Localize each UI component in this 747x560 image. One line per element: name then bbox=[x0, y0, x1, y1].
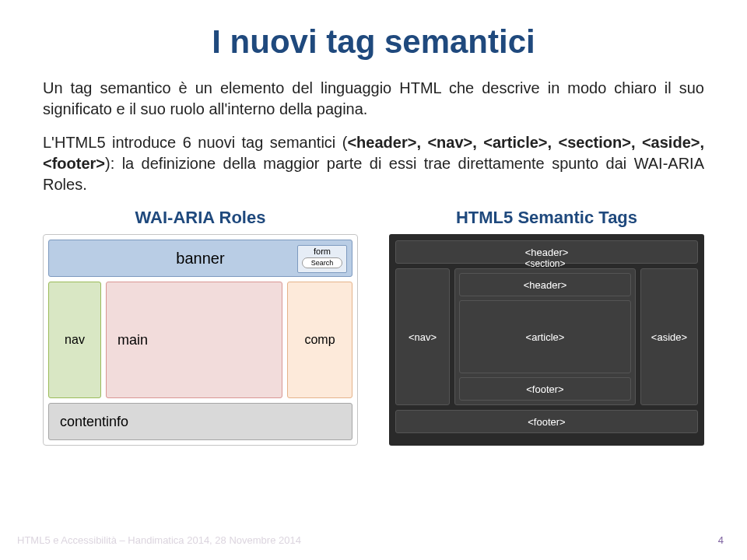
h5-aside-box: <aside> bbox=[640, 268, 698, 405]
h5-section-box: <section> <header> <article> <footer> bbox=[454, 268, 636, 405]
h5-middle-row: <nav> <section> <header> <article> <foot… bbox=[395, 268, 698, 405]
aria-banner-box: banner form Search bbox=[48, 240, 352, 277]
paragraph-1: Un tag semantico è un elemento del lingu… bbox=[43, 78, 704, 120]
column-wai-aria: WAI-ARIA Roles banner form Search nav ma… bbox=[43, 208, 358, 446]
h5-section-label: <section> bbox=[524, 258, 565, 269]
h5-inner-footer-box: <footer> bbox=[459, 377, 631, 401]
h5-nav-box: <nav> bbox=[395, 268, 450, 405]
aria-middle-row: nav main comp bbox=[48, 282, 352, 398]
aria-banner-label: banner bbox=[176, 250, 224, 268]
aria-comp-box: comp bbox=[287, 282, 352, 398]
html5-heading: HTML5 Semantic Tags bbox=[389, 208, 704, 228]
column-html5: HTML5 Semantic Tags <header> <nav> <sect… bbox=[389, 208, 704, 446]
h5-inner-header-box: <header> bbox=[459, 273, 631, 296]
page-number: 4 bbox=[718, 534, 724, 546]
wai-aria-diagram: banner form Search nav main comp content… bbox=[43, 234, 358, 446]
wai-aria-heading: WAI-ARIA Roles bbox=[43, 208, 358, 228]
para2-pre: L'HTML5 introduce 6 nuovi tag semantici … bbox=[43, 134, 347, 151]
aria-main-box: main bbox=[106, 282, 282, 398]
aria-nav-box: nav bbox=[48, 282, 101, 398]
html5-diagram: <header> <nav> <section> <header> <artic… bbox=[389, 234, 704, 446]
para2-post: ): la definizione della maggior parte di… bbox=[43, 155, 704, 193]
h5-footer-box: <footer> bbox=[395, 410, 698, 433]
aria-search-box: Search bbox=[302, 257, 342, 268]
slide: I nuovi tag semantici Un tag semantico è… bbox=[0, 0, 747, 560]
slide-footer: HTML5 e Accessibilità – Handimatica 2014… bbox=[17, 534, 301, 546]
aria-contentinfo-box: contentinfo bbox=[48, 403, 352, 440]
paragraph-2: L'HTML5 introduce 6 nuovi tag semantici … bbox=[43, 132, 704, 195]
aria-form-box: form Search bbox=[297, 245, 347, 273]
aria-form-label: form bbox=[314, 247, 331, 256]
h5-article-box: <article> bbox=[459, 300, 631, 373]
slide-title: I nuovi tag semantici bbox=[43, 23, 704, 61]
diagrams-row: WAI-ARIA Roles banner form Search nav ma… bbox=[43, 208, 704, 446]
